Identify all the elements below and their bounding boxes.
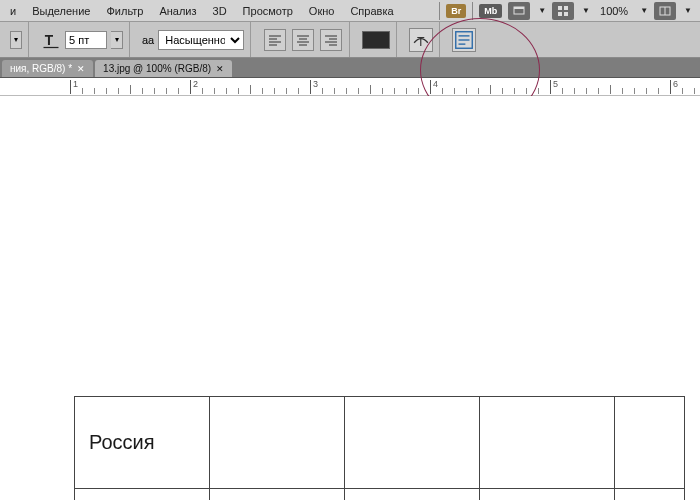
document-tab-bar: ния, RGB/8) * ✕ 13.jpg @ 100% (RGB/8) ✕ — [0, 58, 700, 78]
text-orientation-icon[interactable]: T — [41, 30, 61, 50]
table-cell[interactable] — [210, 397, 345, 489]
close-icon[interactable]: ✕ — [216, 64, 224, 74]
character-panel-button[interactable] — [452, 28, 476, 52]
align-right-button[interactable] — [320, 29, 342, 51]
svg-text:T: T — [45, 33, 54, 48]
table-cell[interactable] — [210, 489, 345, 501]
table-cell[interactable] — [615, 397, 685, 489]
ruler-tick-major: 1 — [70, 80, 71, 94]
svg-rect-3 — [564, 6, 568, 10]
ruler-tick-minor — [514, 88, 515, 94]
align-left-button[interactable] — [264, 29, 286, 51]
document-tab[interactable]: ния, RGB/8) * ✕ — [2, 60, 93, 77]
svg-text:T: T — [417, 34, 425, 48]
table-cell[interactable]: Россия — [75, 397, 210, 489]
menu-bar: и Выделение Фильтр Анализ 3D Просмотр Ок… — [0, 0, 700, 22]
ruler-tick-minor — [574, 88, 575, 94]
antialias-select[interactable]: Насыщенное — [158, 30, 244, 50]
ruler-tick-minor — [178, 88, 179, 94]
ruler-tick-minor — [118, 88, 119, 94]
ruler-tick-minor — [346, 88, 347, 94]
antialias-label: aa — [142, 34, 154, 46]
table-cell[interactable] — [615, 489, 685, 501]
ruler-tick-minor — [586, 88, 587, 94]
table-cell[interactable]: Европа — [75, 489, 210, 501]
screen-mode-icon[interactable] — [508, 2, 530, 20]
ruler-tick-minor — [382, 88, 383, 94]
ruler-tick-minor — [442, 88, 443, 94]
table-cell[interactable] — [480, 489, 615, 501]
chevron-down-icon[interactable]: ▼ — [538, 6, 546, 15]
ruler-tick-minor — [130, 85, 131, 94]
chevron-down-icon[interactable]: ▾ — [10, 31, 22, 49]
chevron-down-icon[interactable]: ▼ — [640, 6, 648, 15]
menu-item-selection[interactable]: Выделение — [24, 2, 98, 20]
ruler-tick-major: 4 — [430, 80, 431, 94]
table-cell[interactable] — [345, 397, 480, 489]
ruler-tick-minor — [82, 88, 83, 94]
document-canvas[interactable]: Россия Европа — [0, 96, 700, 500]
ruler-tick-minor — [526, 88, 527, 94]
ruler-tick-minor — [94, 88, 95, 94]
options-bar: ▾ T ▾ aa Насыщенное T — [0, 22, 700, 58]
close-icon[interactable]: ✕ — [77, 64, 85, 74]
ruler-tick-minor — [406, 88, 407, 94]
menu-item-help[interactable]: Справка — [342, 2, 401, 20]
ruler-tick-minor — [358, 88, 359, 94]
menu-item-analysis[interactable]: Анализ — [151, 2, 204, 20]
document-tab[interactable]: 13.jpg @ 100% (RGB/8) ✕ — [95, 60, 232, 77]
font-size-input[interactable] — [65, 31, 107, 49]
ruler-tick-minor — [166, 88, 167, 94]
ruler-tick-minor — [286, 88, 287, 94]
chevron-down-icon[interactable]: ▼ — [684, 6, 692, 15]
ruler-tick-minor — [262, 88, 263, 94]
ruler-tick-major: 2 — [190, 80, 191, 94]
ruler-tick-minor — [214, 88, 215, 94]
minibridge-button[interactable]: Mb — [479, 4, 502, 18]
menu-item-view[interactable]: Просмотр — [235, 2, 301, 20]
svg-rect-5 — [564, 12, 568, 16]
chevron-down-icon[interactable]: ▼ — [582, 6, 590, 15]
data-table: Россия Европа — [74, 396, 685, 500]
tab-label: ния, RGB/8) * — [10, 63, 72, 74]
table-row: Россия — [75, 397, 685, 489]
ruler-tick-minor — [370, 85, 371, 94]
table-cell[interactable] — [345, 489, 480, 501]
text-color-swatch[interactable] — [362, 31, 390, 49]
ruler-tick-major: 6 — [670, 80, 671, 94]
menu-item-window[interactable]: Окно — [301, 2, 343, 20]
chevron-down-icon[interactable]: ▾ — [111, 31, 123, 49]
ruler-tick-minor — [466, 88, 467, 94]
view-extras-icon[interactable] — [552, 2, 574, 20]
ruler-tick-minor — [622, 88, 623, 94]
ruler-tick-minor — [298, 88, 299, 94]
menu-item-3d[interactable]: 3D — [205, 2, 235, 20]
svg-rect-4 — [558, 12, 562, 16]
ruler-tick-minor — [418, 88, 419, 94]
ruler-tick-minor — [202, 88, 203, 94]
menu-item-filter[interactable]: Фильтр — [98, 2, 151, 20]
table-row: Европа — [75, 489, 685, 501]
ruler-tick-minor — [598, 88, 599, 94]
tab-label: 13.jpg @ 100% (RGB/8) — [103, 63, 211, 74]
warp-text-button[interactable]: T — [409, 28, 433, 52]
align-center-button[interactable] — [292, 29, 314, 51]
ruler-tick-minor — [658, 88, 659, 94]
ruler-tick-minor — [502, 88, 503, 94]
ruler-tick-minor — [490, 85, 491, 94]
ruler-tick-minor — [154, 88, 155, 94]
bridge-button[interactable]: Br — [446, 4, 466, 18]
ruler-tick-minor — [142, 88, 143, 94]
ruler-tick-minor — [478, 88, 479, 94]
ruler-tick-minor — [238, 88, 239, 94]
ruler-tick-minor — [226, 88, 227, 94]
horizontal-ruler: 123456 — [0, 78, 700, 96]
ruler-tick-minor — [610, 85, 611, 94]
ruler-tick-minor — [694, 88, 695, 94]
ruler-tick-major: 3 — [310, 80, 311, 94]
table-cell[interactable] — [480, 397, 615, 489]
svg-rect-2 — [558, 6, 562, 10]
menu-item[interactable]: и — [2, 2, 24, 20]
zoom-level[interactable]: 100% — [596, 5, 632, 17]
arrange-docs-icon[interactable] — [654, 2, 676, 20]
